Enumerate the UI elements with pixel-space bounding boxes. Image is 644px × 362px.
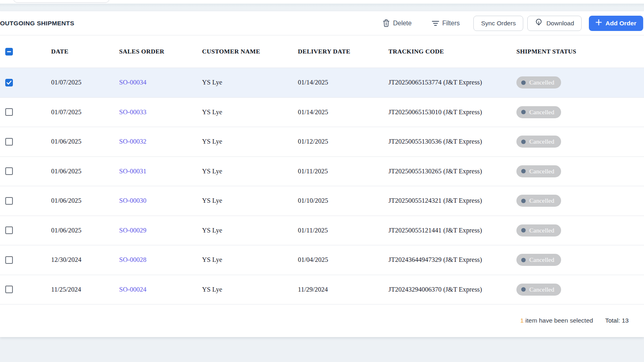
table-row: 11/25/2024 SO-00024 YS Lye 11/29/2024 JT… — [0, 275, 644, 305]
customer-name-cell: YS Lye — [202, 108, 298, 116]
add-order-label: Add Order — [605, 20, 636, 27]
status-badge: Cancelled — [516, 195, 561, 207]
customer-name-cell: YS Lye — [202, 78, 298, 86]
table-row: 01/07/2025 SO-00034 YS Lye 01/14/2025 JT… — [0, 68, 644, 98]
table-row: 01/07/2025 SO-00033 YS Lye 01/14/2025 JT… — [0, 98, 644, 128]
status-dot-icon — [521, 258, 526, 262]
select-all-checkbox[interactable] — [5, 48, 13, 56]
table-row: 01/06/2025 SO-00031 YS Lye 01/11/2025 JT… — [0, 157, 644, 187]
customer-name-cell: YS Lye — [202, 197, 298, 205]
table-row: 01/06/2025 SO-00029 YS Lye 01/11/2025 JT… — [0, 216, 644, 246]
sales-order-link[interactable]: SO-00028 — [119, 256, 147, 263]
delivery-date-cell: 01/04/2025 — [298, 256, 388, 264]
outgoing-shipments-card: OUTGOING SHIPMENTS Delete — [0, 11, 644, 337]
toolbar-actions: Delete Filters Sync Orders — [383, 16, 643, 31]
row-checkbox[interactable] — [5, 226, 13, 234]
status-badge: Cancelled — [516, 254, 561, 266]
status-dot-icon — [521, 140, 526, 144]
date-cell: 01/07/2025 — [51, 108, 119, 116]
status-label: Cancelled — [529, 79, 554, 86]
customer-name-cell: YS Lye — [202, 286, 298, 294]
filters-button[interactable]: Filters — [432, 20, 460, 27]
plus-icon — [596, 19, 602, 27]
tracking-code-cell: JT20243644947329 (J&T Express) — [388, 256, 516, 264]
customer-name-cell: YS Lye — [202, 226, 298, 234]
sales-order-link[interactable]: SO-00031 — [119, 167, 147, 175]
partial-input-above[interactable] — [13, 0, 109, 3]
column-header-sales-order: SALES ORDER — [119, 48, 202, 55]
status-label: Cancelled — [529, 227, 554, 234]
cloud-download-icon — [535, 19, 543, 28]
status-label: Cancelled — [529, 138, 554, 145]
row-checkbox[interactable] — [5, 108, 13, 116]
column-header-customer-name: CUSTOMER NAME — [202, 48, 298, 55]
delete-button[interactable]: Delete — [383, 19, 411, 27]
row-checkbox[interactable] — [5, 256, 13, 264]
date-cell: 11/25/2024 — [51, 286, 119, 294]
date-cell: 01/07/2025 — [51, 78, 119, 86]
download-button[interactable]: Download — [527, 16, 582, 31]
status-dot-icon — [521, 228, 526, 232]
date-cell: 01/06/2025 — [51, 226, 119, 234]
tracking-code-cell: JT20250055130265 (J&T Express) — [388, 167, 516, 175]
tracking-code-cell: JT20250055121441 (J&T Express) — [388, 226, 516, 234]
status-label: Cancelled — [529, 168, 554, 175]
status-badge: Cancelled — [516, 106, 561, 118]
sales-order-link[interactable]: SO-00034 — [119, 78, 147, 86]
tracking-code-cell: JT20250065153010 (J&T Express) — [388, 108, 516, 116]
table-body: 01/07/2025 SO-00034 YS Lye 01/14/2025 JT… — [0, 68, 644, 304]
delivery-date-cell: 01/10/2025 — [298, 197, 388, 205]
tracking-code-cell: JT20243294006370 (J&T Express) — [388, 286, 516, 294]
sales-order-link[interactable]: SO-00024 — [119, 286, 147, 293]
status-label: Cancelled — [529, 109, 554, 116]
row-checkbox[interactable] — [5, 167, 13, 175]
status-badge: Cancelled — [516, 76, 561, 88]
status-label: Cancelled — [529, 197, 554, 204]
filter-lines-icon — [432, 21, 439, 26]
table-row: 12/30/2024 SO-00028 YS Lye 01/04/2025 JT… — [0, 245, 644, 275]
row-checkbox[interactable] — [5, 197, 13, 205]
selected-count: 1 — [520, 317, 524, 324]
customer-name-cell: YS Lye — [202, 256, 298, 264]
date-cell: 01/06/2025 — [51, 167, 119, 175]
column-header-delivery-date: DELIVERY DATE — [298, 48, 388, 55]
status-dot-icon — [521, 110, 526, 114]
top-strip — [0, 0, 644, 4]
status-badge: Cancelled — [516, 224, 561, 237]
total-count: Total: 13 — [605, 317, 629, 324]
tracking-code-cell: JT20250055130536 (J&T Express) — [388, 138, 516, 146]
filters-label: Filters — [442, 20, 460, 27]
status-label: Cancelled — [529, 256, 554, 263]
page-background-band — [0, 4, 644, 11]
sales-order-link[interactable]: SO-00033 — [119, 108, 147, 116]
row-checkbox[interactable] — [5, 79, 13, 86]
sync-orders-label: Sync Orders — [481, 20, 516, 27]
delivery-date-cell: 01/14/2025 — [298, 108, 388, 116]
date-cell: 12/30/2024 — [51, 256, 119, 264]
sales-order-link[interactable]: SO-00030 — [119, 197, 147, 204]
selection-summary: 1 item have been selected — [520, 317, 593, 324]
delivery-date-cell: 01/12/2025 — [298, 138, 388, 146]
sales-order-link[interactable]: SO-00029 — [119, 226, 147, 234]
customer-name-cell: YS Lye — [202, 138, 298, 146]
status-dot-icon — [521, 80, 526, 85]
delete-label: Delete — [393, 20, 411, 27]
status-badge: Cancelled — [516, 284, 561, 296]
sync-orders-button[interactable]: Sync Orders — [473, 16, 523, 31]
customer-name-cell: YS Lye — [202, 167, 298, 175]
status-label: Cancelled — [529, 286, 554, 293]
date-cell: 01/06/2025 — [51, 197, 119, 205]
add-order-button[interactable]: Add Order — [589, 16, 643, 31]
sales-order-link[interactable]: SO-00032 — [119, 138, 147, 145]
status-badge: Cancelled — [516, 136, 561, 148]
row-checkbox[interactable] — [5, 286, 13, 293]
status-badge: Cancelled — [516, 165, 561, 177]
tracking-code-cell: JT20250055124321 (J&T Express) — [388, 197, 516, 205]
tracking-code-cell: JT20250065153774 (J&T Express) — [388, 78, 516, 86]
table-row: 01/06/2025 SO-00032 YS Lye 01/12/2025 JT… — [0, 127, 644, 157]
row-checkbox[interactable] — [5, 138, 13, 146]
delivery-date-cell: 01/14/2025 — [298, 78, 388, 86]
page-title: OUTGOING SHIPMENTS — [0, 20, 74, 27]
selected-text: item have been selected — [524, 317, 593, 324]
trash-icon — [383, 19, 390, 27]
